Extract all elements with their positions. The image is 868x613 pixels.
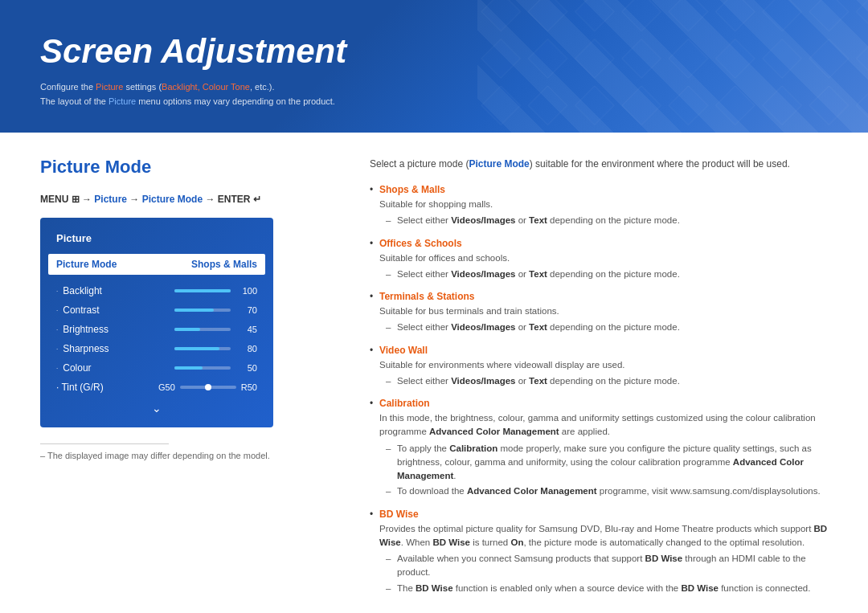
sharpness-slider-fill (174, 347, 219, 350)
colour-slider-bar (174, 366, 231, 370)
contrast-slider-bar (174, 309, 231, 312)
tint-controls: G50 R50 (158, 382, 257, 392)
left-column: Picture Mode MENU ⊞ → Picture → Picture … (40, 157, 338, 603)
picture-mode-list: Shops & Malls Suitable for shopping mall… (370, 182, 828, 595)
offices-title: Offices & Schools (379, 238, 462, 249)
list-item-videowall: Video Wall Suitable for environments whe… (370, 343, 828, 389)
videowall-sub-item: Select either Videos/Images or Text depe… (386, 374, 828, 388)
videowall-title: Video Wall (379, 345, 428, 356)
chevron-down-icon[interactable]: ⌄ (48, 397, 265, 419)
list-item-bdwise: BD Wise Provides the optimal picture qua… (370, 507, 828, 595)
backlight-label: · Backlight (56, 285, 102, 296)
brightness-row[interactable]: · Brightness 45 (48, 320, 265, 339)
footer-note: – The displayed image may differ dependi… (40, 451, 338, 460)
bdwise-bold2: BD Wise (432, 537, 470, 547)
terminals-videos-bold: Videos/Images (451, 322, 515, 332)
cal-acm2: Advanced Color Management (397, 457, 804, 480)
intro-highlight: Picture Mode (469, 158, 529, 170)
terminals-sub-item: Select either Videos/Images or Text depe… (386, 321, 828, 334)
picture-mode-selected-row[interactable]: Picture Mode Shops & Malls (48, 254, 265, 275)
bdwise-sub-list: Available when you connect Samsung produ… (379, 552, 828, 595)
offices-videos-bold: Videos/Images (451, 269, 515, 279)
bdwise-desc: Provides the optimal picture quality for… (379, 522, 828, 550)
videowall-videos-bold: Videos/Images (451, 376, 515, 386)
sharpness-slider-bar (174, 347, 231, 350)
backlight-slider-container: 100 (174, 286, 257, 296)
header-subtitle: Configure the Picture settings (Backligh… (40, 80, 828, 108)
list-item-terminals: Terminals & Stations Suitable for bus te… (370, 289, 828, 335)
brightness-value: 45 (237, 325, 257, 334)
contrast-row[interactable]: · Contrast 70 (48, 300, 265, 320)
list-item-offices: Offices & Schools Suitable for offices a… (370, 236, 828, 282)
backlight-row[interactable]: · Backlight 100 (48, 281, 265, 300)
videowall-sub-list: Select either Videos/Images or Text depe… (379, 374, 828, 388)
picture-menu-box: Picture Picture Mode Shops & Malls · Bac… (40, 218, 273, 427)
offices-desc: Suitable for offices and schools. (379, 251, 828, 265)
offices-sub-item: Select either Videos/Images or Text depe… (386, 268, 828, 281)
calibration-title: Calibration (379, 398, 430, 409)
calibration-acm1: Advanced Color Management (429, 427, 559, 436)
bdwise-bold3: BD Wise (645, 554, 683, 563)
intro-text: Select a picture mode (Picture Mode) sui… (370, 157, 828, 171)
colour-row[interactable]: · Colour 50 (48, 358, 265, 378)
shops-sub-list: Select either Videos/Images or Text depe… (379, 214, 828, 227)
tint-g-value: G50 (158, 382, 175, 392)
tint-slider-bar (180, 386, 236, 389)
brightness-slider-container: 45 (174, 325, 257, 334)
offices-text-bold: Text (529, 269, 547, 279)
brightness-slider-bar (174, 328, 231, 331)
subtitle-line2: The layout of the Picture menu options m… (40, 95, 828, 109)
brightness-label: · Brightness (56, 324, 108, 335)
bdwise-on: On (510, 537, 523, 547)
terminals-text-bold: Text (529, 322, 547, 332)
calibration-sub-item1: To apply the Calibration mode properly, … (386, 442, 828, 484)
shops-videos-bold: Videos/Images (451, 215, 515, 225)
colour-slider-container: 50 (174, 363, 257, 373)
picture-mode-label: Picture Mode (56, 259, 117, 270)
highlight-picture: Picture (96, 82, 123, 92)
main-content: Picture Mode MENU ⊞ → Picture → Picture … (0, 133, 868, 613)
colour-value: 50 (237, 363, 257, 373)
picture-mode-value: Shops & Malls (191, 259, 257, 270)
highlight-settings: Backlight, Colour Tone (162, 82, 250, 92)
backlight-slider-bar (174, 289, 231, 292)
left-footer: – The displayed image may differ dependi… (40, 443, 338, 460)
subtitle-line1: Configure the Picture settings (Backligh… (40, 80, 828, 95)
contrast-value: 70 (237, 305, 257, 315)
page-title: Screen Adjustment (40, 32, 828, 71)
cal-bold1: Calibration (449, 443, 497, 453)
picture-menu-title: Picture (48, 226, 265, 251)
calibration-sub-item2: To download the Advanced Color Managemen… (386, 484, 828, 498)
terminals-desc: Suitable for bus terminals and train sta… (379, 304, 828, 318)
menu-path-mode: Picture Mode (142, 194, 203, 205)
sharpness-label: · Sharpness (56, 343, 109, 354)
colour-slider-fill (174, 366, 203, 370)
bdwise-bold4: BD Wise (416, 583, 453, 593)
videowall-text-bold: Text (529, 376, 547, 386)
backlight-slider-fill (174, 289, 231, 292)
shops-title: Shops & Malls (379, 184, 445, 195)
shops-sub-item: Select either Videos/Images or Text depe… (386, 214, 828, 227)
contrast-slider-container: 70 (174, 305, 257, 315)
cal-acm3: Advanced Color Management (467, 486, 597, 496)
sharpness-value: 80 (237, 344, 257, 353)
tint-slider-dot (205, 384, 211, 390)
tint-label: · Tint (G/R) (56, 382, 104, 393)
header-banner: Screen Adjustment Configure the Picture … (0, 0, 868, 133)
calibration-sub-list: To apply the Calibration mode properly, … (379, 442, 828, 499)
list-item-calibration: Calibration In this mode, the brightness… (370, 396, 828, 499)
sharpness-row[interactable]: · Sharpness 80 (48, 339, 265, 358)
colour-label: · Colour (56, 362, 92, 374)
contrast-label: · Contrast (56, 304, 100, 316)
offices-sub-list: Select either Videos/Images or Text depe… (379, 268, 828, 281)
videowall-desc: Suitable for environments where videowal… (379, 358, 828, 372)
shops-desc: Suitable for shopping malls. (379, 198, 828, 211)
terminals-title: Terminals & Stations (379, 291, 474, 302)
section-title: Picture Mode (40, 157, 338, 178)
shops-text-bold: Text (529, 215, 547, 225)
bdwise-sub-item1: Available when you connect Samsung produ… (386, 552, 828, 580)
right-column: Select a picture mode (Picture Mode) sui… (370, 157, 828, 603)
tint-row[interactable]: · Tint (G/R) G50 R50 (48, 378, 265, 397)
calibration-desc: In this mode, the brightness, colour, ga… (379, 411, 828, 439)
backlight-value: 100 (237, 286, 257, 296)
